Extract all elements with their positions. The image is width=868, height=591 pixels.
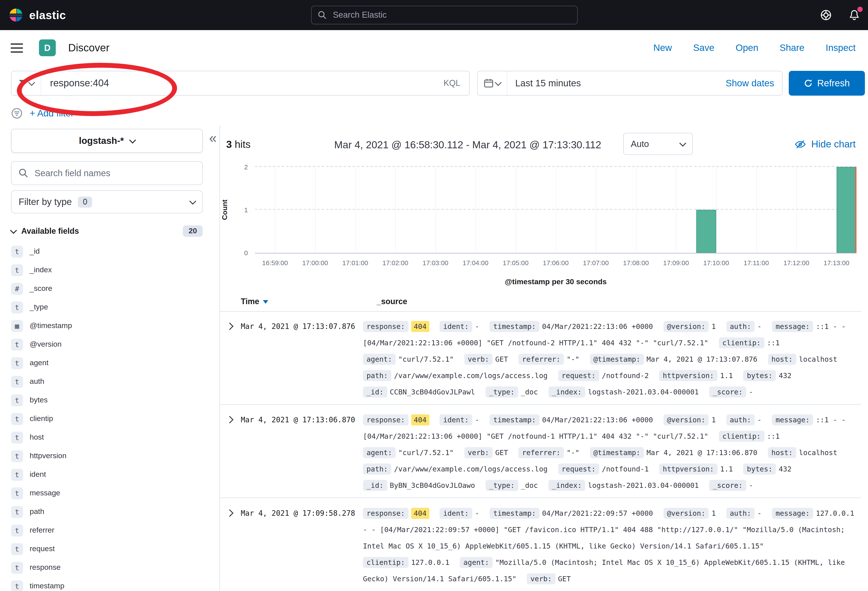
source-field-value: localhost	[799, 355, 837, 363]
expand-row-icon[interactable]	[227, 505, 241, 517]
field-item-agent[interactable]: tagent	[11, 354, 203, 372]
time-range-button[interactable]: Last 15 minutes	[515, 78, 581, 89]
field-item-@timestamp[interactable]: ▦@timestamp	[11, 316, 203, 335]
field-name: agent	[30, 359, 49, 368]
field-item-referrer[interactable]: treferrer	[11, 521, 203, 540]
refresh-label: Refresh	[817, 78, 850, 89]
expand-row-icon[interactable]	[227, 318, 241, 331]
x-tick-label: 17:05:00	[503, 259, 528, 266]
field-item-_score[interactable]: #_score	[11, 279, 203, 298]
x-tick-label: 17:04:00	[462, 259, 489, 266]
discover-app-badge[interactable]: D	[39, 39, 56, 56]
field-item-request[interactable]: trequest	[11, 540, 203, 558]
add-filter-link[interactable]: + Add filter	[30, 108, 74, 119]
field-item-_id[interactable]: t_id	[11, 242, 203, 261]
source-field-name: _index:	[548, 480, 585, 491]
menu-icon[interactable]	[10, 43, 23, 52]
source-field-value: 1.1	[720, 465, 733, 473]
field-name: ident	[30, 470, 46, 479]
x-tick-label: 17:06:00	[543, 259, 569, 266]
nav-action-share[interactable]: Share	[779, 43, 804, 53]
y-tick-label: 0	[244, 249, 248, 257]
source-field-value: 404	[411, 321, 429, 332]
source-field-value: _doc	[521, 388, 538, 396]
collapse-sidebar-icon[interactable]	[208, 134, 218, 146]
global-search-input[interactable]	[332, 10, 571, 21]
available-fields-header[interactable]: Available fields 20	[11, 225, 203, 237]
calendar-icon	[484, 78, 493, 88]
histogram-bar[interactable]	[836, 167, 856, 253]
nav-action-save[interactable]: Save	[693, 43, 714, 53]
page-title: Discover	[68, 41, 109, 54]
field-item-_type[interactable]: t_type	[11, 298, 203, 316]
help-icon[interactable]	[819, 9, 833, 22]
field-item-ident[interactable]: tident	[11, 465, 203, 484]
nav-action-new[interactable]: New	[653, 43, 672, 53]
v-gridline	[796, 167, 797, 253]
global-search[interactable]	[311, 6, 578, 24]
hide-chart-button[interactable]: Hide chart	[794, 139, 856, 150]
nav-action-open[interactable]: Open	[736, 43, 759, 53]
field-name: host	[30, 433, 44, 442]
source-field-name: clientip:	[363, 557, 408, 568]
doc-source: response:404 ident:- timestamp:04/Mar/20…	[363, 505, 861, 587]
source-field-name: bytes:	[743, 464, 776, 474]
nav-action-inspect[interactable]: Inspect	[826, 43, 856, 53]
elastic-brand[interactable]: elastic	[0, 7, 66, 23]
field-item-message[interactable]: tmessage	[11, 484, 203, 502]
global-header: elastic	[0, 0, 868, 30]
field-search-input[interactable]	[34, 168, 195, 179]
show-dates-link[interactable]: Show dates	[726, 78, 774, 89]
source-field-name: @version:	[663, 508, 709, 519]
source-field-name: clientip:	[719, 337, 764, 349]
source-field-name: referrer:	[518, 354, 564, 365]
v-gridline	[676, 167, 676, 253]
source-field-value: 404	[411, 508, 429, 519]
index-pattern-select[interactable]: logstash-*	[11, 129, 203, 153]
field-type-text-icon: t	[11, 450, 23, 462]
query-language-button[interactable]: KQL	[443, 78, 461, 88]
field-item-host[interactable]: thost	[11, 428, 203, 447]
doc-table-body: Mar 4, 2021 @ 17:13:07.876response:404 i…	[220, 311, 861, 591]
field-item-_index[interactable]: t_index	[11, 261, 203, 279]
field-item-timestamp[interactable]: ttimestamp	[11, 577, 203, 591]
source-field-name: _id:	[363, 387, 387, 397]
filter-by-type-select[interactable]: Filter by type 0	[11, 191, 203, 213]
field-name: response	[30, 563, 61, 572]
field-name: clientip	[30, 414, 53, 423]
refresh-button[interactable]: Refresh	[789, 71, 865, 96]
field-item-clientip[interactable]: tclientip	[11, 409, 203, 428]
source-field-value: Mar 4, 2021 @ 17:13:07.876	[647, 355, 757, 363]
source-field-name: @version:	[663, 321, 709, 332]
time-column-header[interactable]: Time	[241, 297, 268, 306]
query-input[interactable]	[49, 77, 443, 89]
query-filter-button[interactable]	[12, 71, 41, 95]
field-name: _index	[30, 266, 52, 275]
field-item-response[interactable]: tresponse	[11, 558, 203, 577]
field-item-bytes[interactable]: tbytes	[11, 391, 203, 409]
field-type-text-icon: t	[11, 375, 23, 387]
source-field-name: auth:	[726, 414, 754, 426]
x-axis-labels: 16:59:0017:00:0017:01:0017:02:0017:03:00…	[255, 259, 856, 269]
interval-select[interactable]: Auto	[623, 133, 693, 155]
hits-label: hits	[235, 139, 251, 150]
main-panel: 3 hits Mar 4, 2021 @ 16:58:30.112 - Mar …	[220, 125, 868, 591]
field-type-text-icon: t	[11, 301, 23, 313]
field-item-@version[interactable]: t@version	[11, 335, 203, 354]
field-item-httpversion[interactable]: thttpversion	[11, 447, 203, 465]
histogram-bar[interactable]	[696, 210, 716, 253]
source-field-name: verb:	[464, 447, 492, 458]
source-field-name: response:	[363, 508, 408, 519]
field-list: t_idt_index#_scoret_type▦@timestampt@ver…	[11, 242, 203, 591]
notifications-bell-icon[interactable]	[847, 9, 861, 22]
nav-actions: NewSaveOpenShareInspect	[653, 43, 856, 53]
index-pattern-label: logstash-*	[79, 136, 124, 146]
source-field-name: _id:	[363, 480, 387, 491]
discover-app: elastic D Discover NewSaveOpenShareInspe…	[0, 0, 868, 591]
filter-circle-icon[interactable]	[11, 108, 22, 119]
calendar-button[interactable]	[478, 71, 507, 95]
field-item-path[interactable]: tpath	[11, 502, 203, 521]
chevron-down-icon	[679, 139, 686, 146]
expand-row-icon[interactable]	[227, 412, 241, 424]
field-item-auth[interactable]: tauth	[11, 372, 203, 391]
